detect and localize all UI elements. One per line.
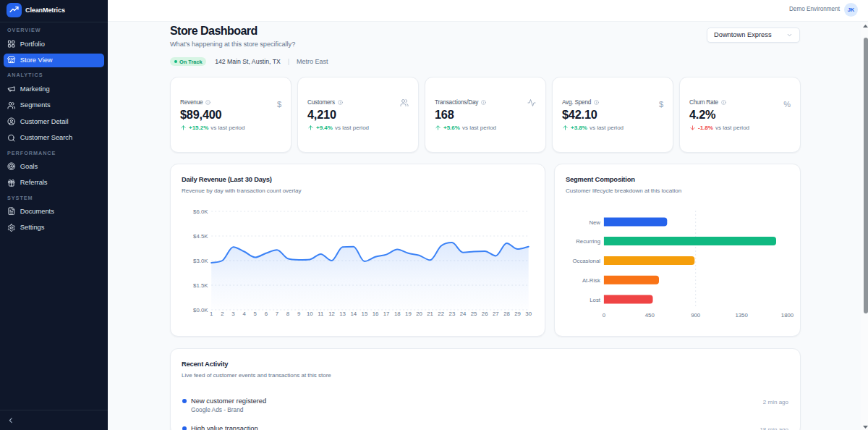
svg-text:19: 19 bbox=[405, 311, 412, 317]
svg-text:15: 15 bbox=[362, 311, 368, 317]
svg-text:New: New bbox=[589, 219, 600, 226]
svg-text:7: 7 bbox=[276, 311, 278, 317]
svg-text:$3.0K: $3.0K bbox=[193, 258, 208, 264]
svg-text:21: 21 bbox=[427, 311, 433, 317]
svg-text:17: 17 bbox=[383, 311, 390, 317]
svg-text:$1.5K: $1.5K bbox=[193, 282, 208, 289]
svg-text:16: 16 bbox=[373, 311, 379, 317]
svg-text:18: 18 bbox=[394, 311, 401, 317]
svg-text:2: 2 bbox=[221, 311, 224, 317]
svg-text:13: 13 bbox=[339, 311, 346, 317]
svg-text:Lost: Lost bbox=[590, 296, 601, 303]
svg-text:12: 12 bbox=[328, 311, 335, 317]
svg-text:23: 23 bbox=[449, 311, 456, 317]
svg-text:$6.0K: $6.0K bbox=[193, 208, 208, 215]
svg-text:1800: 1800 bbox=[781, 311, 794, 318]
svg-text:29: 29 bbox=[514, 311, 521, 317]
svg-text:Occasional: Occasional bbox=[572, 258, 600, 264]
svg-text:1350: 1350 bbox=[735, 311, 748, 318]
svg-text:$4.5K: $4.5K bbox=[193, 233, 208, 240]
svg-text:At-Risk: At-Risk bbox=[582, 277, 600, 284]
svg-text:24: 24 bbox=[460, 311, 467, 317]
svg-text:$0.0K: $0.0K bbox=[193, 307, 208, 313]
svg-text:Recurring: Recurring bbox=[576, 238, 600, 245]
svg-text:900: 900 bbox=[691, 311, 701, 318]
svg-text:4: 4 bbox=[242, 311, 246, 317]
svg-text:1: 1 bbox=[210, 311, 213, 317]
svg-text:450: 450 bbox=[645, 311, 655, 318]
svg-text:30: 30 bbox=[525, 311, 532, 317]
svg-text:11: 11 bbox=[318, 311, 323, 317]
svg-text:10: 10 bbox=[307, 311, 313, 317]
svg-text:5: 5 bbox=[254, 311, 258, 317]
svg-text:6: 6 bbox=[265, 311, 268, 317]
svg-text:0: 0 bbox=[603, 311, 606, 318]
svg-text:8: 8 bbox=[286, 311, 289, 317]
svg-text:28: 28 bbox=[503, 311, 510, 317]
svg-text:3: 3 bbox=[231, 311, 234, 317]
svg-text:22: 22 bbox=[438, 311, 444, 317]
svg-text:9: 9 bbox=[297, 311, 300, 317]
svg-text:26: 26 bbox=[482, 311, 488, 317]
svg-text:27: 27 bbox=[493, 311, 499, 317]
svg-text:25: 25 bbox=[471, 311, 477, 317]
svg-text:20: 20 bbox=[416, 311, 422, 317]
svg-text:14: 14 bbox=[350, 311, 357, 317]
